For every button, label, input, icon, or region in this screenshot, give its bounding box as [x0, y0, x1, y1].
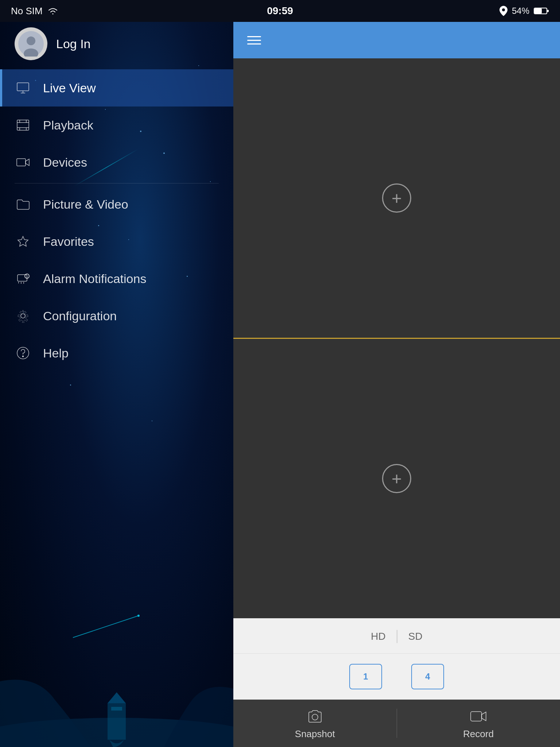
monitor-icon	[15, 80, 31, 96]
snapshot-label: Snapshot	[295, 728, 335, 740]
nav-label-devices: Devices	[43, 155, 87, 170]
nav-label-picture-video: Picture & Video	[43, 197, 128, 212]
avatar	[15, 27, 47, 60]
gear-icon	[15, 307, 31, 324]
video-icon	[15, 154, 31, 171]
split-1-button[interactable]: 1	[349, 664, 382, 689]
nav-label-playback: Playback	[43, 118, 93, 132]
main-layout: Log In Live View Playback Devices	[0, 22, 560, 747]
sidebar-item-alarm-notifications[interactable]: Alarm Notifications	[0, 260, 233, 297]
nav-label-alarm-notifications: Alarm Notifications	[43, 272, 146, 286]
bell-alert-icon	[15, 270, 31, 287]
video-panel-2[interactable]: +	[233, 338, 560, 618]
battery-label: 54%	[512, 6, 529, 16]
nav-label-configuration: Configuration	[43, 309, 117, 323]
login-button[interactable]: Log In	[56, 37, 91, 51]
svg-point-31	[313, 715, 317, 719]
question-icon	[15, 345, 31, 361]
svg-rect-7	[111, 707, 122, 711]
menu-button[interactable]	[244, 33, 264, 47]
svg-point-11	[27, 36, 35, 45]
menu-line-1	[247, 36, 261, 37]
split-row: 1 4	[233, 654, 560, 700]
sidebar-item-favorites[interactable]: Favorites	[0, 223, 233, 260]
video-panels: + +	[233, 58, 560, 618]
nav-label-help: Help	[43, 346, 69, 360]
svg-rect-32	[471, 712, 482, 721]
svg-rect-3	[547, 10, 549, 12]
scenery-illustration	[0, 608, 233, 747]
svg-rect-2	[534, 8, 542, 13]
svg-rect-21	[17, 159, 26, 166]
hd-button[interactable]: HD	[360, 627, 396, 646]
nav-label-live-view: Live View	[43, 81, 96, 95]
record-button[interactable]: Record	[397, 707, 560, 740]
split-4-button[interactable]: 4	[411, 664, 444, 689]
video-panel-1[interactable]: +	[233, 58, 560, 338]
film-icon	[15, 117, 31, 133]
record-label: Record	[463, 728, 494, 740]
carrier-label: No SIM	[11, 5, 43, 17]
bottom-toolbar: Snapshot Record	[233, 700, 560, 747]
nav-divider	[15, 183, 219, 183]
snapshot-button[interactable]: Snapshot	[233, 707, 397, 740]
camera-icon	[306, 707, 324, 725]
svg-point-27	[21, 314, 25, 318]
quality-row: HD SD	[233, 618, 560, 654]
sidebar-item-devices[interactable]: Devices	[0, 144, 233, 181]
avatar-icon	[18, 31, 44, 57]
svg-rect-14	[17, 120, 29, 130]
sidebar-item-configuration[interactable]: Configuration	[0, 297, 233, 334]
right-topbar	[233, 22, 560, 58]
sd-button[interactable]: SD	[397, 627, 433, 646]
sidebar: Log In Live View Playback Devices	[0, 22, 233, 747]
sidebar-item-playback[interactable]: Playback	[0, 107, 233, 144]
wifi-icon	[47, 7, 59, 15]
svg-line-8	[73, 616, 139, 638]
svg-marker-6	[108, 692, 126, 703]
status-right: 54%	[499, 6, 549, 16]
record-icon	[469, 707, 487, 725]
location-icon	[499, 6, 508, 16]
menu-line-3	[247, 43, 261, 44]
svg-point-30	[312, 714, 318, 720]
sidebar-item-live-view[interactable]: Live View	[0, 69, 233, 107]
nav-list: Live View Playback Devices Picture &	[0, 69, 233, 372]
svg-rect-13	[17, 83, 29, 91]
svg-point-0	[502, 8, 505, 11]
folder-icon	[15, 196, 31, 213]
bottom-controls: HD SD 1 4	[233, 618, 560, 700]
status-bar: No SIM 09:59 54%	[0, 0, 560, 22]
sidebar-header: Log In	[0, 22, 233, 66]
nav-label-favorites: Favorites	[43, 235, 94, 249]
svg-point-29	[23, 356, 24, 357]
menu-line-2	[247, 40, 261, 41]
sidebar-item-help[interactable]: Help	[0, 334, 233, 372]
add-camera-button-1[interactable]: +	[382, 183, 411, 213]
star-icon	[15, 233, 31, 250]
status-left: No SIM	[11, 5, 59, 17]
add-camera-button-2[interactable]: +	[382, 464, 411, 493]
svg-point-9	[137, 615, 140, 617]
status-time: 09:59	[267, 5, 293, 17]
right-panel: + + HD SD 1 4	[233, 22, 560, 747]
battery-icon	[534, 7, 549, 15]
sidebar-item-picture-video[interactable]: Picture & Video	[0, 186, 233, 223]
